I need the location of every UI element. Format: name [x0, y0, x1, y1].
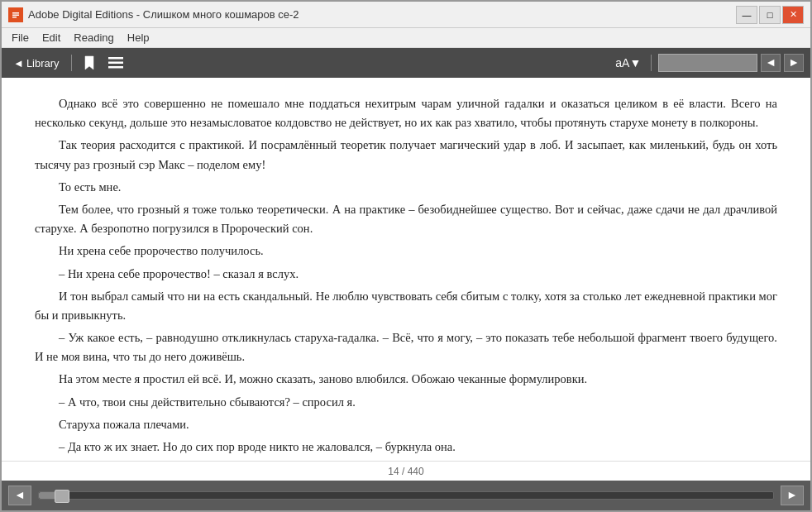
next-page-button[interactable]: ►: [784, 54, 804, 72]
minimize-button[interactable]: —: [736, 6, 757, 24]
svg-rect-5: [108, 62, 123, 65]
paragraph-12: – Да кто ж их знает. Но до сих пор вроде…: [35, 438, 777, 457]
paragraph-11: Старуха пожала плечами.: [35, 415, 777, 434]
library-button[interactable]: ◄ Library: [8, 55, 64, 71]
window-controls: — □ ✕: [736, 6, 804, 24]
svg-rect-3: [12, 17, 17, 18]
library-label: Library: [26, 57, 60, 69]
toolbar-separator-1: [71, 55, 72, 71]
maximize-button[interactable]: □: [759, 6, 781, 24]
bottom-next-button[interactable]: ►: [781, 486, 804, 505]
font-size-button[interactable]: аА▼: [612, 55, 644, 71]
paragraph-10: – А что, твои сны действительно сбываютс…: [35, 393, 777, 412]
svg-rect-1: [12, 12, 19, 14]
svg-rect-4: [108, 57, 123, 60]
menu-edit[interactable]: Edit: [36, 30, 67, 45]
content-area: Однако всё это совершенно не помешало мн…: [2, 78, 810, 481]
svg-rect-6: [108, 66, 123, 69]
toc-button[interactable]: [103, 55, 128, 70]
toolbar-separator-2: [651, 55, 652, 71]
window-title: Adobe Digital Editions - Слишком много к…: [28, 8, 736, 21]
reading-content: Однако всё это совершенно не помешало мн…: [2, 78, 810, 461]
title-bar: Adobe Digital Editions - Слишком много к…: [2, 2, 810, 28]
paragraph-8: – Уж какое есть, – равнодушно откликнула…: [35, 328, 777, 366]
paragraph-4: Тем более, что грозный я тоже только тео…: [35, 200, 777, 238]
paragraph-9: На этом месте я простил ей всё. И, можно…: [35, 370, 777, 389]
progress-track[interactable]: [38, 491, 774, 500]
search-input[interactable]: [658, 54, 757, 72]
paragraph-2: Так теория расходится с практикой. И пос…: [35, 136, 777, 174]
menu-file[interactable]: File: [5, 30, 36, 45]
menu-help[interactable]: Help: [121, 30, 156, 45]
toolbar: ◄ Library аА▼ ◄ ►: [2, 48, 810, 78]
paragraph-5: Ни хрена себе пророчество получилось.: [35, 242, 777, 261]
svg-rect-2: [12, 14, 19, 16]
progress-thumb[interactable]: [55, 490, 69, 503]
paragraph-6: – Ни хрена себе пророчество! – сказал я …: [35, 265, 777, 284]
back-arrow-icon: ◄: [13, 57, 24, 69]
menu-bar: File Edit Reading Help: [2, 28, 810, 48]
menu-reading[interactable]: Reading: [67, 30, 120, 45]
close-button[interactable]: ✕: [782, 6, 804, 24]
bottom-nav-bar: ◄ ►: [2, 481, 810, 510]
paragraph-3: То есть мне.: [35, 178, 777, 197]
app-icon: [8, 7, 23, 22]
prev-page-button[interactable]: ◄: [761, 54, 781, 72]
page-indicator: 14 / 440: [2, 461, 810, 481]
bottom-prev-button[interactable]: ◄: [8, 486, 31, 505]
page-number: 14 / 440: [388, 466, 423, 477]
application-window: Adobe Digital Editions - Слишком много к…: [0, 0, 812, 512]
bookmark-button[interactable]: [79, 54, 100, 72]
paragraph-7: И тон выбрал самый что ни на есть сканда…: [35, 287, 777, 325]
paragraph-1: Однако всё это совершенно не помешало мн…: [35, 94, 777, 132]
